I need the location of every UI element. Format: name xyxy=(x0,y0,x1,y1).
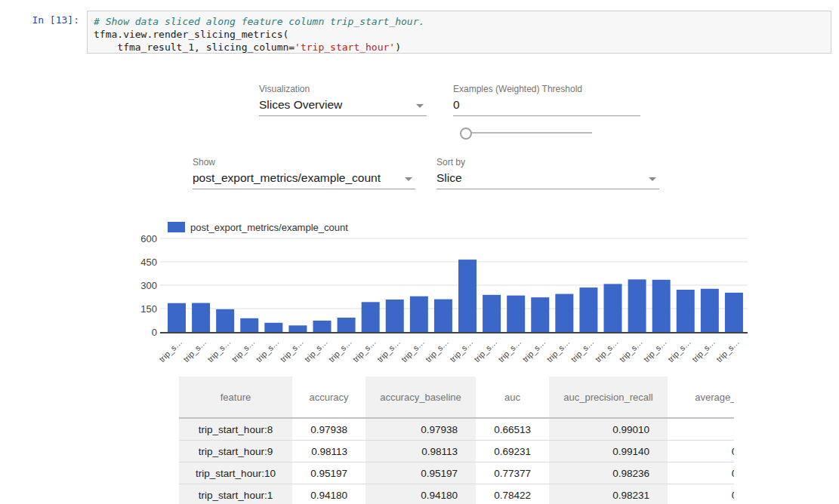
bar[interactable] xyxy=(410,297,428,332)
x-axis-tick-label: trip_s… xyxy=(327,337,353,364)
column-header[interactable]: auc_precision_recall xyxy=(549,376,668,418)
table-header-row: featureaccuracyaccuracy_baselineaucauc_p… xyxy=(179,376,734,418)
column-header[interactable]: auc xyxy=(476,376,549,418)
y-axis-tick-label: 0 xyxy=(152,327,157,338)
x-axis-tick-label: trip_s… xyxy=(351,337,378,364)
bar[interactable] xyxy=(240,318,258,332)
bar[interactable] xyxy=(725,293,743,332)
threshold-slider-track[interactable] xyxy=(465,132,592,134)
metric-cell: 0.0892 xyxy=(668,441,734,463)
column-header[interactable]: feature xyxy=(179,376,292,418)
metric-cell: 0.94180 xyxy=(366,484,476,504)
show-metric-dropdown[interactable]: post_export_metrics/example_count xyxy=(193,169,415,189)
x-axis-tick-label: trip_s… xyxy=(424,337,450,364)
metric-cell: 0.78422 xyxy=(476,484,549,504)
x-axis-tick-label: trip_s… xyxy=(254,337,280,364)
table-row[interactable]: trip_start_hour:80.979380.979380.665130.… xyxy=(179,418,734,441)
x-axis-tick-label: trip_s… xyxy=(594,337,620,364)
column-header[interactable]: accuracy_baseline xyxy=(366,376,476,418)
bar[interactable] xyxy=(338,318,356,332)
code-line-3-pre: tfma_result_1, slicing_column= xyxy=(94,41,295,53)
feature-cell: trip_start_hour:9 xyxy=(179,441,292,463)
sort-by-dropdown[interactable]: Slice xyxy=(436,169,659,189)
code-line-3-string: 'trip_start_hour' xyxy=(295,41,395,53)
code-comment: # Show data sliced along feature column … xyxy=(94,16,424,27)
x-axis-tick-label: trip_s… xyxy=(181,337,208,364)
bar[interactable] xyxy=(652,280,671,332)
x-axis-tick-label: trip_s… xyxy=(714,337,741,364)
table-row[interactable]: trip_start_hour:90.981130.981130.692310.… xyxy=(179,441,734,463)
x-axis-tick-label: trip_s… xyxy=(399,337,426,364)
legend-swatch xyxy=(168,222,185,232)
y-axis-tick-label: 150 xyxy=(140,303,157,315)
metric-cell: 0.1541 xyxy=(668,463,734,484)
bar[interactable] xyxy=(434,300,452,332)
feature-cell: trip_start_hour:1 xyxy=(179,484,292,504)
cell-execution-prompt: In [13]: xyxy=(0,14,79,26)
y-axis-tick-label: 300 xyxy=(140,280,157,291)
bar[interactable] xyxy=(458,260,477,332)
table-row[interactable]: trip_start_hour:100.951970.951970.773770… xyxy=(179,463,734,484)
bar[interactable] xyxy=(579,287,597,332)
metric-cell: 0.77377 xyxy=(476,463,549,484)
bar[interactable] xyxy=(216,309,234,332)
bar[interactable] xyxy=(483,295,501,332)
metric-cell: 0.69231 xyxy=(476,441,549,463)
metric-cell: 0.66513 xyxy=(476,418,549,441)
chevron-down-icon xyxy=(416,104,424,108)
bar[interactable] xyxy=(677,290,695,332)
code-line-2: tfma.view.render_slicing_metrics( xyxy=(94,29,288,40)
bar[interactable] xyxy=(628,279,646,332)
metrics-table: featureaccuracyaccuracy_baselineaucauc_p… xyxy=(179,376,734,504)
x-axis-tick-label: trip_s… xyxy=(544,337,571,364)
chevron-down-icon xyxy=(649,177,656,181)
bar[interactable] xyxy=(531,297,549,332)
visualization-dropdown[interactable]: Slices Overview xyxy=(259,96,427,116)
x-axis-tick-label: trip_s… xyxy=(448,337,474,364)
bar-chart-canvas: 0150300450600trip_s…trip_s…trip_s…trip_s… xyxy=(0,217,763,368)
bar[interactable] xyxy=(555,294,573,332)
bar[interactable] xyxy=(288,325,307,332)
metrics-table-container[interactable]: featureaccuracyaccuracy_baselineaucauc_p… xyxy=(179,376,734,504)
x-axis-tick-label: trip_s… xyxy=(642,337,668,364)
feature-cell: trip_start_hour:8 xyxy=(179,418,292,441)
bar[interactable] xyxy=(362,302,380,332)
x-axis-tick-label: trip_s… xyxy=(690,337,717,364)
visualization-value: Slices Overview xyxy=(259,98,342,112)
metric-cell: 0.95197 xyxy=(366,463,476,484)
visualization-label: Visualization xyxy=(259,84,310,94)
column-header[interactable]: average_loss xyxy=(668,376,734,418)
bar[interactable] xyxy=(313,321,331,332)
threshold-input[interactable]: 0 xyxy=(453,96,640,116)
metric-cell: 0.97938 xyxy=(366,418,476,441)
metric-cell: 0.98113 xyxy=(366,441,476,463)
bar[interactable] xyxy=(264,323,282,332)
metric-cell: 0.99140 xyxy=(549,441,668,463)
metric-cell: 0.97938 xyxy=(292,418,366,441)
code-line-3-end: ) xyxy=(395,41,401,53)
show-metric-value: post_export_metrics/example_count xyxy=(193,171,381,185)
x-axis-tick-label: trip_s… xyxy=(375,337,402,364)
bar[interactable] xyxy=(386,300,404,332)
table-row[interactable]: trip_start_hour:10.941800.941800.784220.… xyxy=(179,484,734,504)
feature-cell: trip_start_hour:10 xyxy=(179,463,292,484)
x-axis-tick-label: trip_s… xyxy=(496,337,523,364)
metric-cell: 0.98231 xyxy=(549,484,668,504)
threshold-value: 0 xyxy=(453,98,460,112)
x-axis-tick-label: trip_s… xyxy=(279,337,305,364)
bar[interactable] xyxy=(701,289,719,332)
bar[interactable] xyxy=(603,284,622,332)
code-cell[interactable]: # Show data sliced along feature column … xyxy=(87,11,831,54)
threshold-slider-handle[interactable] xyxy=(460,128,472,140)
slices-bar-chart: 0150300450600trip_s…trip_s…trip_s…trip_s… xyxy=(0,217,763,368)
column-header[interactable]: accuracy xyxy=(292,376,366,418)
bar[interactable] xyxy=(192,303,210,332)
x-axis-tick-label: trip_s… xyxy=(157,337,184,364)
legend-label: post_export_metrics/example_count xyxy=(190,222,348,233)
bar[interactable] xyxy=(168,303,186,332)
sort-by-label: Sort by xyxy=(436,157,465,167)
bar[interactable] xyxy=(507,296,525,332)
threshold-label: Examples (Weighted) Threshold xyxy=(453,84,582,94)
metric-cell: 0.1901 xyxy=(668,484,734,504)
metric-cell: 0.1111 xyxy=(668,418,734,441)
